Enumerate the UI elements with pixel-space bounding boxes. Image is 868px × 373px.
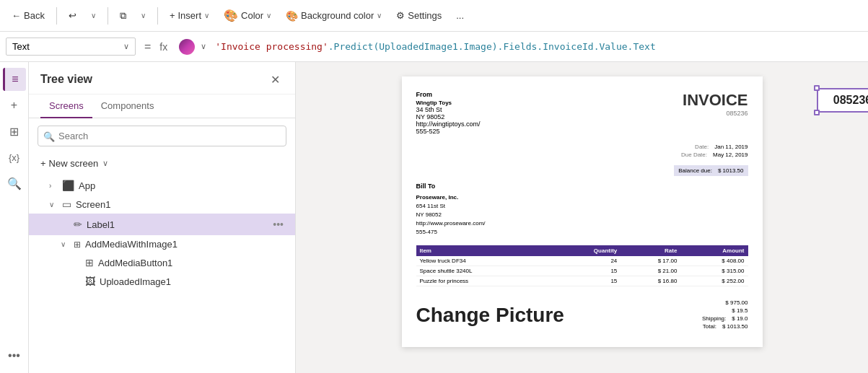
copy-button[interactable]: ⧉: [114, 7, 132, 25]
color-icon: 🎨: [224, 9, 238, 22]
invoice-title: INVOICE: [683, 91, 748, 110]
balance-section: Balance due: $ 1013.50: [416, 165, 748, 176]
chevron-after-logo: ∨: [201, 42, 206, 51]
plus-icon-screen: +: [40, 158, 46, 169]
image-icon: 🖼: [85, 276, 95, 287]
undo-dropdown-button[interactable]: ∨: [85, 9, 102, 22]
total-label: Total:: [703, 323, 716, 330]
color-button[interactable]: 🎨 Color ∨: [218, 6, 277, 25]
grid-icon-button[interactable]: ⊞: [3, 120, 26, 143]
screen1-label: Screen1: [76, 199, 286, 210]
chevron-right-icon: ›: [49, 182, 58, 190]
table-row: Space shuttle 3240L 15 $ 21.00 $ 315.00: [416, 266, 748, 276]
new-screen-button[interactable]: + New screen ∨: [29, 154, 295, 173]
tree-item-label1[interactable]: ✏ Label1 •••: [29, 214, 295, 235]
invoice-table: Item Quantity Rate Amount Yellow truck D…: [416, 245, 748, 286]
label1-name: Label1: [87, 219, 266, 230]
copy-icon: ⧉: [120, 10, 126, 22]
tab-components[interactable]: Components: [92, 95, 163, 118]
shipping-row: Shipping: $ 19.0: [702, 315, 748, 322]
addmedia-chevron: ∨: [61, 240, 69, 248]
table-row: Puzzle for princess 15 $ 16.80 $ 252.00: [416, 276, 748, 286]
canvas-area: 085236 From Wingtip Toys 34 5th St NY 98…: [296, 62, 868, 373]
copy-dropdown-button[interactable]: ∨: [135, 9, 152, 22]
search-input[interactable]: [38, 126, 286, 146]
shipping-value: $ 19.0: [732, 315, 748, 322]
search-icon-button[interactable]: 🔍: [3, 172, 26, 195]
property-selector[interactable]: Text ∨: [6, 38, 136, 56]
tree-item-screen1[interactable]: ∨ ▭ Screen1: [29, 195, 295, 214]
tree-item-uploadedimage[interactable]: 🖼 UploadedImage1: [29, 272, 295, 291]
undo-icon: ↩: [69, 10, 76, 21]
add-icon: +: [11, 99, 17, 112]
plus-icon: +: [170, 10, 175, 21]
layers-icon-button[interactable]: ≡: [3, 68, 26, 91]
icon-bar: ≡ + ⊞ {x} 🔍 •••: [0, 62, 29, 373]
insert-button[interactable]: + Insert ∨: [164, 7, 215, 24]
tab-screens[interactable]: Screens: [40, 95, 92, 118]
tree-item-app[interactable]: › ⬛ App: [29, 176, 295, 195]
main-layout: ≡ + ⊞ {x} 🔍 ••• Tree view ✕ Screens: [0, 62, 868, 373]
due-date-value: May 12, 2019: [713, 152, 748, 158]
from-title: From: [416, 91, 481, 98]
date-row: Date: Jan 11, 2019: [695, 144, 748, 150]
invoice-header: From Wingtip Toys 34 5th St NY 98052 htt…: [416, 91, 748, 135]
shipping-label: Shipping:: [702, 315, 726, 322]
chevron-down-icon-2: ∨: [141, 12, 146, 19]
subtotal2-value: $ 19.5: [732, 307, 748, 314]
tree-item-addmedia[interactable]: ∨ ⊞ AddMediaWithImage1: [29, 235, 295, 253]
table-row: Yellow truck DF34 24 $ 17.00 $ 408.00: [416, 256, 748, 266]
search-icon: 🔍: [7, 177, 22, 190]
formula-method-part: .Predict(UploadedImage1.Image).Fields.In…: [328, 41, 656, 52]
chevron-down-icon: ∨: [91, 12, 96, 19]
change-picture-label: Change Picture: [416, 304, 564, 327]
row2-amount: $ 315.00: [680, 266, 748, 276]
more-dots-icon: •••: [8, 349, 20, 362]
settings-icon: ⚙: [396, 10, 405, 21]
invoice-totals: $ 975.00 $ 19.5 Shipping: $ 19.0 Total: …: [702, 299, 748, 331]
more-icon-button[interactable]: •••: [3, 344, 26, 367]
bill-website: http://www.proseware.com/: [416, 219, 748, 228]
property-label: Text: [12, 41, 30, 52]
chevron-down-icon-5: ∨: [377, 12, 382, 19]
back-button[interactable]: ← Back: [6, 7, 51, 24]
app-icon: ⬛: [62, 180, 74, 191]
total-row-2: $ 19.5: [732, 307, 748, 314]
handle-bl: [814, 110, 820, 115]
formula-bar: Text ∨ = fx ∨ 'Invoice processing'.Predi…: [0, 32, 868, 62]
settings-button[interactable]: ⚙ Settings: [390, 7, 447, 24]
date-label: Date:: [695, 144, 709, 150]
fx-symbol: fx: [159, 41, 167, 53]
chevron-down-icon-screen: ∨: [49, 201, 58, 209]
label1-menu-icon[interactable]: •••: [270, 217, 286, 232]
phone: 555-525: [416, 128, 481, 135]
col-amount: Amount: [680, 245, 748, 256]
more-button[interactable]: ...: [450, 7, 470, 24]
tree-title: Tree view: [40, 73, 92, 86]
search-icon-tree: 🔍: [43, 131, 55, 141]
add-icon-button[interactable]: +: [3, 94, 26, 117]
variable-icon: {x}: [9, 152, 19, 163]
total-value: $ 1013.50: [722, 323, 748, 330]
button-icon: ⊞: [85, 257, 94, 268]
invoice-dates: Date: Jan 11, 2019 Due Date: May 12, 201…: [416, 144, 748, 159]
row1-rate: $ 17.00: [621, 256, 680, 266]
tree-item-addmediabutton[interactable]: ⊞ AddMediaButton1: [29, 253, 295, 272]
undo-button[interactable]: ↩: [63, 7, 82, 24]
more-icon: ...: [456, 10, 464, 21]
tree-close-button[interactable]: ✕: [266, 71, 284, 88]
bill-to-title: Bill To: [416, 182, 748, 192]
change-picture-section: Change Picture $ 975.00 $ 19.5 Shipping:…: [416, 298, 748, 333]
row3-item: Puzzle for princess: [416, 276, 552, 286]
chevron-down-icon-3: ∨: [204, 12, 209, 19]
due-date-label: Due Date:: [681, 152, 707, 158]
variable-icon-button[interactable]: {x}: [3, 146, 26, 169]
balance-label: Balance due:: [678, 167, 712, 174]
bill-to-section: Bill To Proseware, Inc. 654 11st St NY 9…: [416, 182, 748, 237]
background-color-button[interactable]: 🎨 Background color ∨: [280, 7, 387, 25]
address2: NY 98052: [416, 113, 481, 120]
due-date-row: Due Date: May 12, 2019: [681, 152, 748, 158]
bill-phone: 555-475: [416, 228, 748, 237]
row2-rate: $ 21.00: [621, 266, 680, 276]
formula-expression[interactable]: 'Invoice processing'.Predict(UploadedIma…: [215, 41, 862, 52]
